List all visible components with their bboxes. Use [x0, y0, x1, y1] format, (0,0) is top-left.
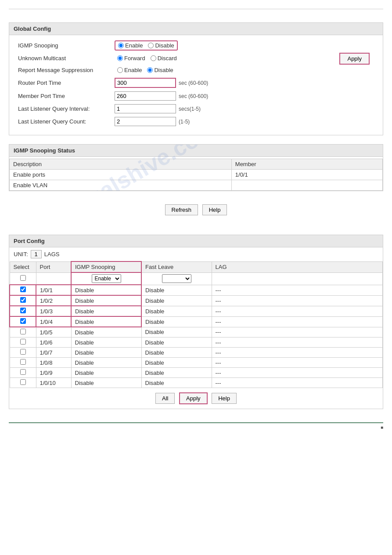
report-suppression-radio-group: Enable Disable [115, 66, 176, 74]
suppression-enable-radio[interactable] [117, 67, 123, 73]
port-value-1/0/7: 1/0/7 [36, 348, 71, 358]
discard-radio[interactable] [151, 55, 156, 61]
port-row-1/0/1: 1/0/1 Disable Disable --- [10, 285, 383, 295]
igmp-value-1/0/5: Disable [71, 327, 141, 337]
discard-label[interactable]: Discard [151, 55, 177, 62]
router-port-time-input[interactable] [115, 78, 176, 88]
igmp-snooping-row: IGMP Snooping Enable Disable [18, 40, 374, 51]
select-all-checkbox[interactable] [20, 275, 26, 281]
port-value-1/0/3: 1/0/3 [36, 306, 71, 316]
unit-label: UNIT: [14, 251, 28, 258]
forward-radio[interactable] [117, 55, 123, 61]
port-row-1/0/7: 1/0/7 Disable Disable --- [10, 348, 383, 358]
row-checkbox-1/0/3[interactable] [20, 308, 26, 313]
fast-leave-value-1/0/5: Disable [141, 327, 212, 337]
igmp-value-1/0/1: Disable [71, 285, 141, 295]
igmp-snooping-radio-group: Enable Disable [115, 40, 178, 51]
unit-value-button[interactable]: 1 [31, 250, 42, 258]
igmp-status-title: IGMP Snooping Status [9, 145, 383, 157]
report-suppression-row: Report Message Suppression Enable Disabl… [18, 66, 374, 74]
last-listener-count-label: Last Listener Query Count: [18, 118, 115, 125]
igmp-value-1/0/8: Disable [71, 358, 141, 368]
suppression-disable-label[interactable]: Disable [147, 67, 173, 73]
port-apply-button[interactable]: Apply [179, 392, 208, 404]
last-listener-count-hint: (1-5) [179, 119, 190, 125]
all-button[interactable]: All [155, 393, 175, 404]
igmp-value-1/0/7: Disable [71, 348, 141, 358]
lag-value-1/0/5: --- [212, 327, 383, 337]
igmp-enable-radio[interactable] [118, 43, 124, 48]
lag-value-1/0/4: --- [212, 316, 383, 327]
port-header-controls: Enable Disable Enable Disable [10, 272, 383, 285]
global-config-title: Global Config [9, 23, 383, 35]
status-row-enable-ports: Enable ports 1/0/1 [10, 170, 383, 180]
forward-label[interactable]: Forward [117, 55, 145, 62]
row-checkbox-1/0/10[interactable] [20, 379, 26, 385]
unknown-multicast-label: Unknown Multicast [18, 55, 115, 62]
port-buttons-row: All Apply Help [9, 388, 383, 409]
row-checkbox-1/0/5[interactable] [20, 329, 26, 334]
port-help-button[interactable]: Help [212, 393, 237, 404]
col-select: Select [10, 261, 36, 272]
lag-value-1/0/7: --- [212, 348, 383, 358]
igmp-value-1/0/9: Disable [71, 368, 141, 378]
port-row-1/0/4: 1/0/4 Disable Disable --- [10, 316, 383, 327]
unit-row: UNIT: 1 LAGS [9, 247, 383, 261]
igmp-disable-radio[interactable] [148, 43, 154, 48]
lag-value-1/0/2: --- [212, 295, 383, 306]
global-apply-button[interactable]: Apply [339, 53, 370, 65]
status-row-enable-vlan: Enable VLAN [10, 180, 383, 191]
igmp-value-1/0/3: Disable [71, 306, 141, 316]
port-config-table: Select Port IGMP Snooping Fast Leave LAG… [9, 261, 383, 388]
lag-value-1/0/8: --- [212, 358, 383, 368]
row-checkbox-1/0/2[interactable] [20, 297, 26, 303]
fast-leave-header-select[interactable]: Enable Disable [162, 274, 191, 283]
port-row-1/0/9: 1/0/9 Disable Disable --- [10, 368, 383, 378]
member-port-time-input[interactable] [115, 91, 176, 101]
help-button[interactable]: Help [202, 204, 227, 215]
status-enable-vlan-label: Enable VLAN [10, 180, 232, 191]
col-lag: LAG [212, 261, 383, 272]
port-value-1/0/5: 1/0/5 [36, 327, 71, 337]
igmp-disable-label[interactable]: Disable [148, 42, 174, 49]
lag-value-1/0/6: --- [212, 337, 383, 348]
last-listener-interval-label: Last Listener Query Interval: [18, 105, 115, 112]
port-value-1/0/8: 1/0/8 [36, 358, 71, 368]
lag-value-1/0/10: --- [212, 378, 383, 388]
col-fast-leave: Fast Leave [141, 261, 212, 272]
last-listener-interval-hint: secs(1-5) [179, 106, 201, 112]
row-checkbox-1/0/8[interactable] [20, 359, 26, 365]
row-checkbox-1/0/4[interactable] [20, 318, 26, 324]
igmp-enable-label[interactable]: Enable [118, 42, 143, 49]
unknown-multicast-row: Unknown Multicast Forward Discard [18, 54, 374, 62]
last-listener-interval-input[interactable] [115, 104, 176, 113]
member-port-time-row: Member Port Time sec (60-600) [18, 91, 374, 101]
port-config-section: Port Config UNIT: 1 LAGS Select Port IGM… [9, 235, 383, 409]
igmp-snooping-header-select[interactable]: Enable Disable [92, 274, 121, 283]
suppression-disable-radio[interactable] [147, 67, 153, 73]
igmp-status-table: Description Member Enable ports 1/0/1 En… [9, 159, 383, 191]
global-buttons-row: Refresh Help [9, 200, 383, 217]
unknown-multicast-radio-group: Forward Discard [115, 54, 180, 62]
fast-leave-value-1/0/2: Disable [141, 295, 212, 306]
router-port-time-row: Router Port Time sec (60-600) [18, 78, 374, 88]
suppression-enable-label[interactable]: Enable [117, 67, 142, 73]
port-row-1/0/6: 1/0/6 Disable Disable --- [10, 337, 383, 348]
status-enable-vlan-value [231, 180, 382, 191]
row-checkbox-1/0/1[interactable] [20, 287, 26, 292]
global-config-section: Global Config IGMP Snooping Enable Disab… [9, 22, 383, 135]
col-port: Port [36, 261, 71, 272]
fast-leave-value-1/0/4: Disable [141, 316, 212, 327]
fast-leave-value-1/0/10: Disable [141, 378, 212, 388]
fast-leave-value-1/0/9: Disable [141, 368, 212, 378]
port-row-1/0/5: 1/0/5 Disable Disable --- [10, 327, 383, 337]
row-checkbox-1/0/6[interactable] [20, 339, 26, 345]
port-value-1/0/10: 1/0/10 [36, 378, 71, 388]
status-enable-ports-value: 1/0/1 [231, 170, 382, 180]
port-value-1/0/4: 1/0/4 [36, 316, 71, 327]
row-checkbox-1/0/9[interactable] [20, 369, 26, 375]
fast-leave-value-1/0/8: Disable [141, 358, 212, 368]
last-listener-count-input[interactable] [115, 117, 176, 126]
row-checkbox-1/0/7[interactable] [20, 349, 26, 355]
refresh-button[interactable]: Refresh [165, 204, 198, 215]
